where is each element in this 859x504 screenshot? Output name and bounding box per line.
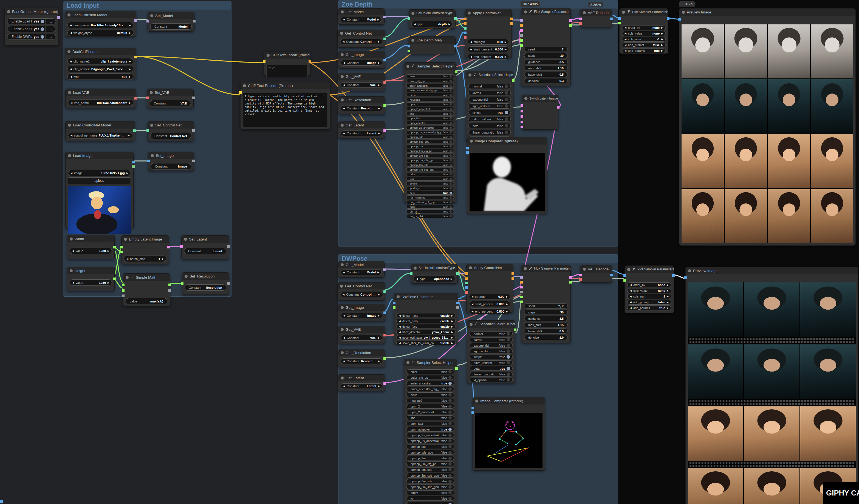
decrement-arrow-icon[interactable]: ◀ [624, 26, 627, 29]
port-int-out[interactable] [113, 246, 116, 248]
decrement-arrow-icon[interactable]: ◀ [399, 336, 401, 339]
port-b-in[interactable] [122, 289, 124, 292]
combo-widget[interactable]: ◀ type openpose ▶ [413, 276, 455, 282]
port-int-out[interactable] [113, 277, 116, 280]
node-dw-preview-image[interactable]: Preview Image [685, 267, 858, 504]
port-samples-in[interactable] [579, 17, 582, 20]
decrement-arrow-icon[interactable]: ◀ [126, 258, 129, 260]
decrement-arrow-icon[interactable]: ◀ [343, 271, 345, 274]
node-zoe-scheduler-select-helper[interactable]: Scheduler Select Helper normal false kar… [466, 71, 513, 141]
sampler-toggle-row[interactable]: uni_pc_bh2 false [406, 214, 454, 218]
toggle-dot[interactable] [449, 491, 452, 494]
toggle-dot[interactable] [41, 35, 44, 39]
collapse-dot[interactable] [124, 238, 127, 241]
toggle-dot[interactable] [504, 131, 508, 134]
sampler-toggle-row[interactable]: lms false [406, 415, 454, 420]
collapse-dot[interactable] [411, 39, 415, 42]
constant-widget[interactable]: Constant Control Net [150, 133, 191, 139]
constant-widget[interactable]: ◀ConstantModel▶ [341, 270, 382, 275]
port-controlnet-out[interactable] [456, 272, 459, 275]
port-latent-out[interactable] [569, 19, 572, 22]
collapse-dot[interactable] [627, 268, 630, 271]
port-latent-out[interactable] [383, 382, 386, 385]
sampler-toggle-row[interactable]: ipndm_v false [406, 186, 454, 190]
increment-arrow-icon[interactable]: ▶ [504, 41, 507, 43]
sampler-toggle-row[interactable]: heunpp2 false [406, 97, 454, 102]
increment-arrow-icon[interactable]: ▶ [378, 314, 380, 317]
increment-arrow-icon[interactable]: ▶ [378, 107, 380, 110]
collapse-dot[interactable] [341, 351, 344, 354]
increment-arrow-icon[interactable]: ▶ [129, 75, 131, 78]
sampler-toggle-row[interactable]: ddpm false [406, 490, 454, 495]
increment-arrow-icon[interactable]: ▶ [162, 258, 164, 260]
port-params-out[interactable] [569, 281, 572, 284]
toggle-dot[interactable] [450, 131, 452, 134]
collapse-dot[interactable] [150, 91, 153, 94]
node-dw-vae-decode[interactable]: VAE Decode [580, 265, 612, 283]
port-latent-out[interactable] [167, 246, 170, 248]
toggle-dot[interactable] [450, 215, 452, 217]
decrement-arrow-icon[interactable]: ◀ [71, 172, 72, 174]
port-image-a-in[interactable] [471, 407, 474, 409]
scheduler-toggle-row[interactable]: linear_quadratic false [469, 372, 513, 377]
toggle-dot[interactable] [449, 457, 452, 460]
collapse-dot[interactable] [469, 266, 472, 269]
node-simple-math[interactable]: Simple Math value max(a,b) [123, 273, 170, 306]
node-fast-groups-muter[interactable]: Fast Groups Muter (rgthree) Enable Load … [4, 8, 59, 46]
collapse-dot[interactable] [341, 263, 344, 266]
scheduler-toggle-row[interactable]: normal false [468, 83, 511, 89]
collapse-dot[interactable] [243, 84, 246, 87]
sampler-toggle-row[interactable]: dpmpp_2s_ancestral false [406, 126, 454, 129]
port-noise-in[interactable] [520, 291, 523, 293]
toggle-dot[interactable] [450, 94, 452, 96]
toggle-dot[interactable] [450, 89, 452, 92]
node-dw-plot-sampler-parameters[interactable]: Plot Sampler Parameters ◀ order_by none … [624, 265, 674, 313]
port-image-out[interactable] [383, 311, 386, 314]
combo-widget[interactable]: ◀ type depth ▶ [411, 21, 453, 27]
scheduler-toggle-row[interactable]: beta true [469, 366, 513, 371]
toggle-dot[interactable] [450, 126, 452, 129]
decrement-arrow-icon[interactable]: ◀ [343, 314, 345, 317]
toggle-dot[interactable] [450, 140, 452, 143]
scheduler-toggle-row[interactable]: ddim_uniform false [469, 360, 513, 365]
number-widget[interactable]: ◀ start_percent 0.000 ▶ [468, 46, 509, 52]
port-model-out[interactable] [383, 16, 386, 18]
param-pill[interactable]: denoise 1.0 [524, 335, 568, 340]
increment-arrow-icon[interactable]: ▶ [129, 24, 131, 27]
increment-arrow-icon[interactable]: ▶ [506, 310, 508, 313]
decrement-arrow-icon[interactable]: ◀ [343, 40, 345, 43]
node-clip-text-encode-prompt[interactable]: CLIP Text Encode (Prompt) A hyperrealist… [240, 82, 330, 129]
sampler-toggle-row[interactable]: dpm_fast false [406, 116, 454, 120]
decrement-arrow-icon[interactable]: ◀ [630, 307, 632, 309]
port-model-out[interactable] [134, 19, 137, 22]
node-height[interactable]: Height ◀ value 1280 ▶ [67, 267, 115, 291]
port-resolution-in[interactable] [408, 50, 410, 52]
collapse-dot[interactable] [340, 32, 343, 35]
sampler-toggle-row[interactable]: dpm_fast false [406, 421, 454, 426]
toggle-dot[interactable] [450, 150, 452, 152]
group-toggle-row[interactable]: Enable Load Input yes → [7, 18, 56, 25]
constant-widget[interactable]: Constant Latent [184, 248, 226, 254]
increment-arrow-icon[interactable]: ▶ [667, 301, 669, 304]
port-vae-out[interactable] [134, 97, 137, 100]
node-zoe-get-resolution[interactable]: Get_Resolution ◀ConstantResolution▶ [338, 96, 385, 114]
depth-map-image[interactable] [469, 153, 545, 211]
constant-widget[interactable]: ◀ConstantResolution▶ [341, 106, 382, 111]
port-images-in[interactable] [618, 17, 621, 20]
node-zoe-apply-controlnet[interactable]: Apply ControlNet ◀ strength 0.90 ▶ ◀ sta… [465, 9, 512, 58]
toggle-dot[interactable] [449, 474, 452, 477]
node-dual-clip-loader[interactable]: DualCLIPLoader ◀ clip_name1 clip_l.safet… [65, 48, 136, 79]
scheduler-toggle-row[interactable]: karras false [469, 337, 513, 342]
toggle-dot[interactable] [449, 497, 452, 500]
increment-arrow-icon[interactable]: ▶ [129, 32, 131, 34]
toggle-dot[interactable] [449, 439, 452, 443]
port-resolution-in[interactable] [393, 306, 395, 309]
port-scheduler-out[interactable] [512, 79, 514, 82]
port-height-in[interactable] [120, 250, 123, 254]
collapse-dot[interactable] [396, 295, 400, 298]
node-dw-get-control-net[interactable]: Get_Control Net ◀ConstantControl Net▶ [337, 282, 385, 301]
increment-arrow-icon[interactable]: ▶ [661, 38, 663, 41]
sampler-toggle-row[interactable]: heunpp2 false [406, 398, 454, 403]
increment-arrow-icon[interactable]: ▶ [378, 61, 380, 64]
decrement-arrow-icon[interactable]: ◀ [343, 61, 345, 64]
